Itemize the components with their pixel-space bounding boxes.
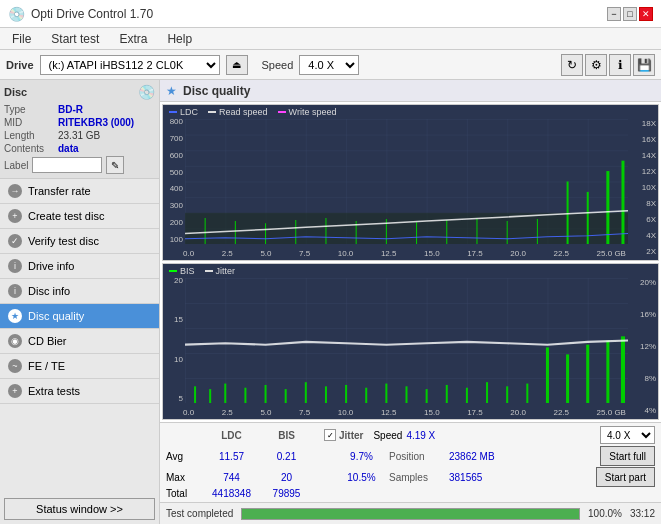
status-window-button[interactable]: Status window >>: [4, 498, 155, 520]
chart1-x-axis: 0.0 2.5 5.0 7.5 10.0 12.5 15.0 17.5 20.0…: [183, 249, 626, 258]
speed-label: Speed: [262, 59, 294, 71]
nav-disc-info[interactable]: i Disc info: [0, 279, 159, 304]
read-speed-color: [208, 111, 216, 113]
read-speed-label: Read speed: [219, 107, 268, 117]
svg-rect-18: [185, 278, 628, 403]
minimize-button[interactable]: −: [607, 7, 621, 21]
disc-quality-icon: ★: [8, 309, 22, 323]
toolbar-icons: ↻ ⚙ ℹ 💾: [561, 54, 655, 76]
quality-header: ★ Disc quality: [160, 80, 661, 102]
mid-label: MID: [4, 117, 56, 128]
label-edit-button[interactable]: ✎: [106, 156, 124, 174]
nav-create-test-disc-label: Create test disc: [28, 210, 104, 222]
disc-type-row: Type BD-R: [4, 104, 155, 115]
disc-length-row: Length 23.31 GB: [4, 130, 155, 141]
extra-tests-icon: +: [8, 384, 22, 398]
transfer-rate-icon: →: [8, 184, 22, 198]
nav-transfer-rate[interactable]: → Transfer rate: [0, 179, 159, 204]
jitter-checkbox-container: ✓ Jitter: [324, 429, 363, 441]
nav-fe-te-label: FE / TE: [28, 360, 65, 372]
speed-select[interactable]: 4.0 X: [299, 55, 359, 75]
nav-drive-info[interactable]: i Drive info: [0, 254, 159, 279]
info-button[interactable]: ℹ: [609, 54, 631, 76]
type-value: BD-R: [58, 104, 83, 115]
samples-value: 381565: [449, 472, 519, 483]
nav-disc-quality[interactable]: ★ Disc quality: [0, 304, 159, 329]
nav-menu: → Transfer rate + Create test disc ✓ Ver…: [0, 179, 159, 494]
start-full-button[interactable]: Start full: [600, 446, 655, 466]
nav-extra-tests-label: Extra tests: [28, 385, 80, 397]
menu-bar: File Start test Extra Help: [0, 28, 661, 50]
quality-icon: ★: [166, 84, 177, 98]
chart2-x-axis: 0.0 2.5 5.0 7.5 10.0 12.5 15.0 17.5 20.0…: [183, 408, 626, 417]
eject-button[interactable]: ⏏: [226, 55, 248, 75]
jitter-color: [205, 270, 213, 272]
length-label: Length: [4, 130, 56, 141]
nav-create-test-disc[interactable]: + Create test disc: [0, 204, 159, 229]
create-test-disc-icon: +: [8, 209, 22, 223]
disc-header: Disc 💿: [4, 84, 155, 100]
legend-ldc: LDC: [169, 107, 198, 117]
contents-value: data: [58, 143, 79, 154]
avg-jitter: 9.7%: [334, 451, 389, 462]
disc-section: Disc 💿 Type BD-R MID RITEKBR3 (000) Leng…: [0, 80, 159, 179]
nav-verify-test-disc[interactable]: ✓ Verify test disc: [0, 229, 159, 254]
window-controls: − □ ✕: [607, 7, 653, 21]
disc-title: Disc: [4, 86, 27, 98]
mid-value: RITEKBR3 (000): [58, 117, 134, 128]
disc-mid-row: MID RITEKBR3 (000): [4, 117, 155, 128]
close-button[interactable]: ✕: [639, 7, 653, 21]
quality-title: Disc quality: [183, 84, 250, 98]
bis-label: BIS: [180, 266, 195, 276]
jitter-header: Jitter: [339, 430, 363, 441]
left-panel: Disc 💿 Type BD-R MID RITEKBR3 (000) Leng…: [0, 80, 160, 524]
cd-bier-icon: ◉: [8, 334, 22, 348]
right-panel: ★ Disc quality LDC Read speed: [160, 80, 661, 524]
speed-select-stats[interactable]: 4.0 X: [600, 426, 655, 444]
speed-header: Speed: [373, 430, 402, 441]
settings-button[interactable]: ⚙: [585, 54, 607, 76]
length-value: 23.31 GB: [58, 130, 100, 141]
status-time: 33:12: [630, 508, 655, 519]
ldc-label: LDC: [180, 107, 198, 117]
ldc-color: [169, 111, 177, 113]
avg-bis: 0.21: [259, 451, 314, 462]
charts-area: LDC Read speed Write speed 800 700: [160, 102, 661, 422]
chart2-y-axis-right: 20% 16% 12% 8% 4%: [630, 264, 658, 419]
total-label: Total: [166, 488, 204, 499]
save-button[interactable]: 💾: [633, 54, 655, 76]
samples-label: Samples: [389, 472, 449, 483]
progress-fill: [242, 509, 579, 519]
menu-help[interactable]: Help: [163, 31, 196, 47]
menu-extra[interactable]: Extra: [115, 31, 151, 47]
disc-label-row: Label ✎: [4, 156, 155, 174]
title-bar-left: 💿 Opti Drive Control 1.70: [8, 6, 153, 22]
jitter-checkbox[interactable]: ✓: [324, 429, 336, 441]
status-bar: Test completed 100.0% 33:12: [160, 502, 661, 524]
menu-start-test[interactable]: Start test: [47, 31, 103, 47]
nav-cd-bier[interactable]: ◉ CD Bier: [0, 329, 159, 354]
max-bis: 20: [259, 472, 314, 483]
chart2-svg: [185, 278, 628, 403]
chart1-y-axis-left: 800 700 600 500 400 300 200 100: [163, 105, 185, 260]
menu-file[interactable]: File: [8, 31, 35, 47]
chart2-y-axis-left: 20 15 10 5: [163, 264, 185, 419]
drive-select[interactable]: (k:) ATAPI iHBS112 2 CL0K: [40, 55, 220, 75]
max-label: Max: [166, 472, 204, 483]
nav-fe-te[interactable]: ~ FE / TE: [0, 354, 159, 379]
nav-extra-tests[interactable]: + Extra tests: [0, 379, 159, 404]
nav-disc-quality-label: Disc quality: [28, 310, 84, 322]
label-input[interactable]: [32, 157, 102, 173]
legend-bis: BIS: [169, 266, 195, 276]
legend-jitter: Jitter: [205, 266, 236, 276]
nav-disc-info-label: Disc info: [28, 285, 70, 297]
avg-label: Avg: [166, 451, 204, 462]
fe-te-icon: ~: [8, 359, 22, 373]
refresh-button[interactable]: ↻: [561, 54, 583, 76]
nav-drive-info-label: Drive info: [28, 260, 74, 272]
maximize-button[interactable]: □: [623, 7, 637, 21]
drive-label: Drive: [6, 59, 34, 71]
position-label: Position: [389, 451, 449, 462]
status-text: Test completed: [166, 508, 233, 519]
start-part-button[interactable]: Start part: [596, 467, 655, 487]
